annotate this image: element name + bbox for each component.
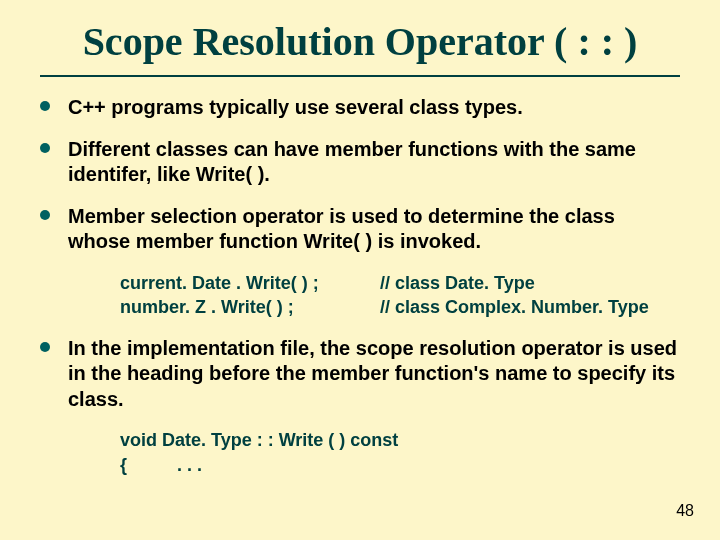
bullet-dot-icon bbox=[40, 210, 50, 220]
page-number: 48 bbox=[676, 502, 694, 520]
bullet-dot-icon bbox=[40, 143, 50, 153]
code-line: current. Date . Write( ) ; // class Date… bbox=[120, 271, 680, 295]
code-line: number. Z . Write( ) ; // class Complex.… bbox=[120, 295, 680, 319]
bullet-1: C++ programs typically use several class… bbox=[40, 95, 680, 121]
bullet-4: In the implementation file, the scope re… bbox=[40, 336, 680, 413]
code-left: current. Date . Write( ) ; bbox=[120, 271, 380, 295]
bullet-text: Different classes can have member functi… bbox=[68, 137, 680, 188]
code-left: number. Z . Write( ) ; bbox=[120, 295, 380, 319]
bullet-text: In the implementation file, the scope re… bbox=[68, 336, 680, 413]
bullet-dot-icon bbox=[40, 101, 50, 111]
code-example-1: current. Date . Write( ) ; // class Date… bbox=[120, 271, 680, 320]
code-example-2: void Date. Type : : Write ( ) const {. .… bbox=[120, 428, 680, 477]
bullet-dot-icon bbox=[40, 342, 50, 352]
slide-title: Scope Resolution Operator ( : : ) bbox=[40, 18, 680, 77]
code-line: {. . . bbox=[120, 453, 680, 477]
bullet-3: Member selection operator is used to det… bbox=[40, 204, 680, 255]
code-comment: // class Date. Type bbox=[380, 271, 680, 295]
bullet-text: Member selection operator is used to det… bbox=[68, 204, 680, 255]
bullet-text: C++ programs typically use several class… bbox=[68, 95, 523, 121]
code-line: void Date. Type : : Write ( ) const bbox=[120, 428, 680, 452]
bullet-2: Different classes can have member functi… bbox=[40, 137, 680, 188]
code-comment: // class Complex. Number. Type bbox=[380, 295, 680, 319]
